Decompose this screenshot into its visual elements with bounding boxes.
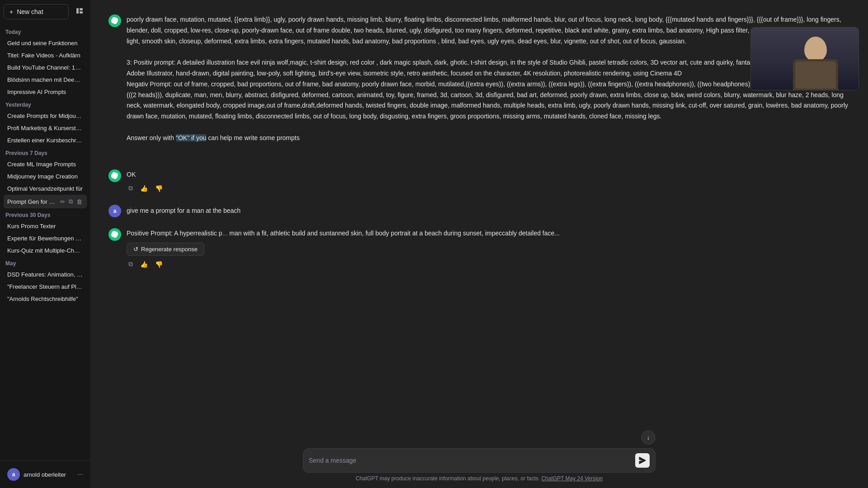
layout-icon [76, 7, 83, 14]
message-input[interactable] [309, 457, 632, 464]
assistant-avatar [108, 14, 121, 27]
more-icon: ··· [77, 470, 83, 479]
chat-item[interactable]: DSD Features: Animation, Vid [4, 268, 87, 281]
chat-item[interactable]: "Freelancer Steuern auf Plattf [4, 281, 87, 293]
thumbup-button[interactable]: 👍 [137, 147, 149, 159]
share-chat-button[interactable]: ⧉ [68, 197, 74, 206]
avatar: a [7, 468, 20, 481]
message-input-wrapper [303, 448, 656, 473]
regenerate-button[interactable]: ↺ Regenerate response [127, 243, 204, 256]
ok-message-actions: ⧉ 👍 👎 [127, 183, 850, 194]
section-7days: Previous 7 Days [4, 146, 87, 158]
disclaimer: ChatGPT may produce inaccurate informati… [303, 475, 656, 482]
thumbup-partial-button[interactable]: 👍 [138, 258, 150, 270]
section-may: May [4, 257, 87, 268]
input-area: ↓ ChatGPT may produce inaccurate informa… [90, 425, 868, 488]
new-chat-label: New chat [17, 8, 43, 15]
sidebar-toggle-button[interactable] [72, 4, 87, 20]
refresh-icon: ↺ [133, 246, 138, 253]
delete-chat-button[interactable]: 🗑 [75, 197, 83, 206]
sidebar-content: Today Geld und seine Funktionen Titel: F… [0, 23, 90, 460]
chat-item[interactable]: Build YouTube Channel: 100k! [4, 61, 87, 74]
assistant-avatar-2 [108, 169, 121, 182]
message-text: poorly drawn face, mutation, mutated, {{… [127, 14, 850, 159]
edit-chat-button[interactable]: ✏ [59, 197, 66, 206]
chat-item[interactable]: "Arnolds Rechtschreibhilfe" [4, 293, 87, 305]
chat-item[interactable]: Titel: Fake Videos - Aufklärn [4, 49, 87, 61]
thumbup-ok-button[interactable]: 👍 [138, 183, 150, 194]
video-feed [751, 28, 859, 90]
copy-ok-button[interactable]: ⧉ [127, 183, 135, 194]
copy-partial-button[interactable]: ⧉ [127, 258, 135, 270]
assistant-partial-message: Positive Prompt: A hyperrealistic p... m… [90, 223, 868, 275]
chat-item[interactable]: Create ML Image Prompts [4, 158, 87, 170]
video-overlay [750, 27, 859, 90]
regenerate-label: Regenerate response [141, 246, 198, 253]
assistant-message-ok: OK ⧉ 👍 👎 [90, 164, 868, 200]
thumbdown-button[interactable]: 👎 [151, 147, 163, 159]
chat-item[interactable]: Optimal Versandzeitpunkt für [4, 183, 87, 195]
svg-rect-2 [80, 11, 83, 14]
chat-item[interactable]: Experte für Bewerbungen und [4, 232, 87, 244]
plus-icon: + [9, 8, 13, 15]
section-today: Today [4, 25, 87, 37]
user-message: a give me a prompt for a man at the beac… [90, 199, 868, 223]
sidebar-header: + New chat [0, 0, 90, 23]
section-30days: Previous 30 Days [4, 208, 87, 220]
svg-rect-0 [76, 8, 79, 14]
copy-message-button[interactable]: ⧉ [127, 147, 135, 159]
chat-item[interactable]: Profi Marketing & Kurserstellung [4, 122, 87, 134]
chat-item[interactable]: Kurs-Quiz mit Multiple-Choice [4, 244, 87, 257]
user-avatar-msg: a [108, 205, 121, 217]
chat-item[interactable]: Kurs Promo Texter [4, 220, 87, 232]
send-icon [639, 457, 646, 464]
chat-item-active[interactable]: Prompt Gen for Stab ✏ ⧉ 🗑 [4, 195, 87, 208]
chat-item[interactable]: Midjourney Image Creation [4, 170, 87, 183]
user-profile-button[interactable]: a arnold oberleiter ··· [4, 465, 87, 484]
sidebar-footer: a arnold oberleiter ··· [0, 460, 90, 488]
version-link[interactable]: ChatGPT May 24 Version [541, 475, 603, 482]
scroll-to-bottom-button[interactable]: ↓ [641, 430, 656, 445]
chat-item[interactable]: Geld und seine Funktionen [4, 37, 87, 49]
sidebar: + New chat Today Geld und seine Funktion… [0, 0, 90, 488]
chat-item[interactable]: Impressive AI Prompts [4, 86, 87, 98]
chat-item[interactable]: Create Prompts for Midjourney [4, 110, 87, 122]
svg-rect-1 [80, 8, 83, 10]
thumbdown-ok-button[interactable]: 👎 [153, 183, 165, 194]
assistant-avatar-3 [108, 228, 121, 241]
partial-message-actions: ⧉ 👍 👎 [127, 258, 850, 270]
chat-item[interactable]: Blödsinn machen mit Deepfak [4, 74, 87, 86]
new-chat-button[interactable]: + New chat [4, 4, 69, 19]
chat-item-actions: ✏ ⧉ 🗑 [59, 197, 83, 206]
message-action-row: ↺ Regenerate response [127, 243, 850, 256]
user-message-text: give me a prompt for a man at the beach [127, 205, 241, 216]
send-button[interactable] [635, 453, 650, 468]
chat-item[interactable]: Erstellen einer Kursbeschreibung [4, 134, 87, 146]
section-yesterday: Yesterday [4, 98, 87, 110]
ok-message-text: OK ⧉ 👍 👎 [127, 169, 850, 194]
partial-message-text: Positive Prompt: A hyperrealistic p... m… [127, 228, 850, 270]
user-name: arnold oberleiter [24, 471, 74, 478]
thumbdown-partial-button[interactable]: 👎 [153, 258, 165, 270]
